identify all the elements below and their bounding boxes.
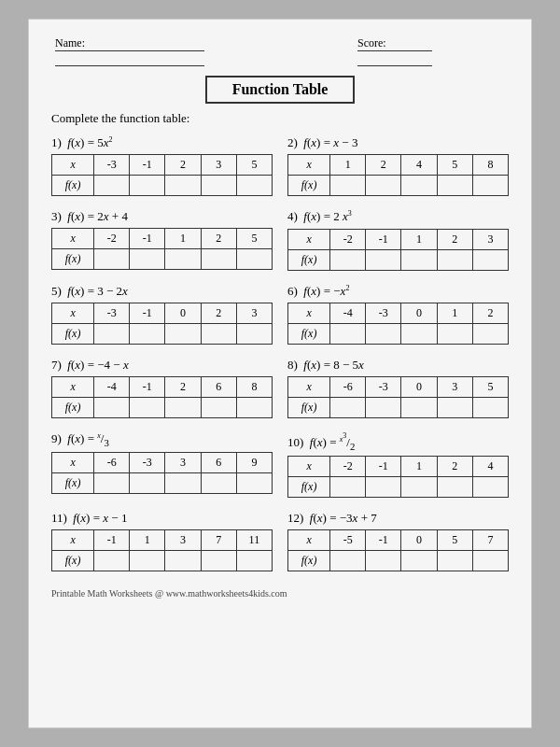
fx-answer-cell[interactable] bbox=[165, 397, 201, 417]
fx-answer-cell[interactable] bbox=[366, 550, 401, 571]
fx-answer-cell[interactable] bbox=[330, 323, 366, 344]
fx-answer-cell[interactable] bbox=[130, 249, 165, 270]
problem-11: 11) f(x) = x − 1x-113711f(x) bbox=[51, 511, 273, 571]
fx-answer-cell[interactable] bbox=[236, 550, 272, 571]
x-value-cell: -3 bbox=[366, 376, 401, 397]
x-value-cell: 2 bbox=[165, 155, 201, 176]
x-value-cell: -3 bbox=[130, 452, 165, 472]
fx-answer-cell[interactable] bbox=[472, 476, 508, 497]
x-value-cell: 0 bbox=[165, 303, 201, 323]
x-value-cell: -3 bbox=[94, 303, 130, 323]
fx-answer-cell[interactable] bbox=[472, 550, 508, 571]
x-label-cell: x bbox=[52, 229, 94, 249]
fx-answer-cell[interactable] bbox=[330, 550, 366, 571]
fx-answer-cell[interactable] bbox=[437, 550, 472, 571]
fx-answer-cell[interactable] bbox=[130, 323, 165, 344]
footer-text: Printable Math Worksheets @ www.mathwork… bbox=[51, 588, 509, 599]
fx-answer-cell[interactable] bbox=[437, 249, 472, 270]
x-label-cell: x bbox=[288, 303, 330, 323]
x-value-cell: 9 bbox=[236, 452, 272, 472]
x-value-cell: 8 bbox=[236, 376, 272, 397]
fx-answer-cell[interactable] bbox=[201, 176, 236, 196]
fx-answer-cell[interactable] bbox=[130, 397, 165, 417]
x-value-cell: -1 bbox=[130, 155, 165, 176]
fx-answer-cell[interactable] bbox=[165, 323, 201, 344]
problem-label-1: 1) f(x) = 5x2 bbox=[51, 135, 273, 150]
problem-6: 6) f(x) = −x2x-4-3012f(x) bbox=[287, 284, 509, 345]
fx-label-cell: f(x) bbox=[52, 472, 94, 493]
fx-answer-cell[interactable] bbox=[201, 550, 236, 571]
fx-answer-cell[interactable] bbox=[401, 249, 437, 270]
fx-answer-cell[interactable] bbox=[330, 249, 366, 270]
x-value-cell: 1 bbox=[130, 529, 165, 550]
fx-answer-cell[interactable] bbox=[401, 550, 437, 571]
func-table-7: x-4-1268f(x) bbox=[51, 376, 273, 418]
fx-answer-cell[interactable] bbox=[236, 472, 272, 493]
func-table-6: x-4-3012f(x) bbox=[287, 303, 509, 345]
fx-answer-cell[interactable] bbox=[201, 472, 236, 493]
fx-answer-cell[interactable] bbox=[201, 397, 236, 417]
fx-answer-cell[interactable] bbox=[236, 249, 272, 270]
fx-answer-cell[interactable] bbox=[130, 176, 165, 196]
x-value-cell: 0 bbox=[401, 376, 437, 397]
fx-answer-cell[interactable] bbox=[201, 249, 236, 270]
fx-answer-cell[interactable] bbox=[236, 176, 272, 196]
fx-answer-cell[interactable] bbox=[401, 323, 437, 344]
x-value-cell: -1 bbox=[130, 376, 165, 397]
fx-answer-cell[interactable] bbox=[165, 550, 201, 571]
fx-answer-cell[interactable] bbox=[472, 176, 508, 196]
fx-label-cell: f(x) bbox=[52, 323, 94, 344]
fx-answer-cell[interactable] bbox=[366, 249, 401, 270]
problems-grid: 1) f(x) = 5x2x-3-1235f(x)2) f(x) = x − 3… bbox=[51, 135, 509, 575]
fx-answer-cell[interactable] bbox=[472, 249, 508, 270]
fx-answer-cell[interactable] bbox=[201, 323, 236, 344]
fx-answer-cell[interactable] bbox=[330, 397, 366, 417]
x-value-cell: 2 bbox=[437, 456, 472, 476]
fx-answer-cell[interactable] bbox=[330, 476, 366, 497]
x-value-cell: -1 bbox=[130, 303, 165, 323]
x-value-cell: 3 bbox=[236, 303, 272, 323]
x-value-cell: -1 bbox=[366, 456, 401, 476]
fx-answer-cell[interactable] bbox=[401, 476, 437, 497]
fx-answer-cell[interactable] bbox=[366, 397, 401, 417]
x-value-cell: -4 bbox=[330, 303, 366, 323]
fx-answer-cell[interactable] bbox=[236, 323, 272, 344]
x-label-cell: x bbox=[288, 456, 330, 476]
fx-answer-cell[interactable] bbox=[165, 176, 201, 196]
fx-answer-cell[interactable] bbox=[366, 476, 401, 497]
fx-answer-cell[interactable] bbox=[94, 249, 130, 270]
fx-answer-cell[interactable] bbox=[94, 176, 130, 196]
func-table-12: x-5-1057f(x) bbox=[287, 529, 509, 571]
x-value-cell: -1 bbox=[94, 529, 130, 550]
func-table-5: x-3-1023f(x) bbox=[51, 303, 273, 345]
fx-answer-cell[interactable] bbox=[437, 176, 472, 196]
fx-answer-cell[interactable] bbox=[472, 397, 508, 417]
x-value-cell: 1 bbox=[330, 155, 366, 176]
fx-answer-cell[interactable] bbox=[401, 176, 437, 196]
x-value-cell: 1 bbox=[165, 229, 201, 249]
fx-answer-cell[interactable] bbox=[437, 323, 472, 344]
fx-answer-cell[interactable] bbox=[330, 176, 366, 196]
fx-answer-cell[interactable] bbox=[437, 476, 472, 497]
fx-answer-cell[interactable] bbox=[236, 397, 272, 417]
x-value-cell: -2 bbox=[94, 229, 130, 249]
fx-answer-cell[interactable] bbox=[94, 323, 130, 344]
fx-answer-cell[interactable] bbox=[94, 397, 130, 417]
x-value-cell: 2 bbox=[437, 229, 472, 249]
fx-answer-cell[interactable] bbox=[165, 249, 201, 270]
fx-answer-cell[interactable] bbox=[94, 472, 130, 493]
fx-answer-cell[interactable] bbox=[130, 550, 165, 571]
fx-answer-cell[interactable] bbox=[366, 176, 401, 196]
fx-answer-cell[interactable] bbox=[165, 472, 201, 493]
fx-answer-cell[interactable] bbox=[94, 550, 130, 571]
fx-answer-cell[interactable] bbox=[366, 323, 401, 344]
x-label-cell: x bbox=[288, 529, 330, 550]
fx-answer-cell[interactable] bbox=[437, 397, 472, 417]
problem-1: 1) f(x) = 5x2x-3-1235f(x) bbox=[51, 135, 273, 196]
name-label: Name: bbox=[55, 36, 204, 51]
fx-answer-cell[interactable] bbox=[472, 323, 508, 344]
x-value-cell: 2 bbox=[165, 376, 201, 397]
fx-answer-cell[interactable] bbox=[130, 472, 165, 493]
fx-answer-cell[interactable] bbox=[401, 397, 437, 417]
problem-label-10: 10) f(x) = x3/2 bbox=[287, 431, 509, 452]
